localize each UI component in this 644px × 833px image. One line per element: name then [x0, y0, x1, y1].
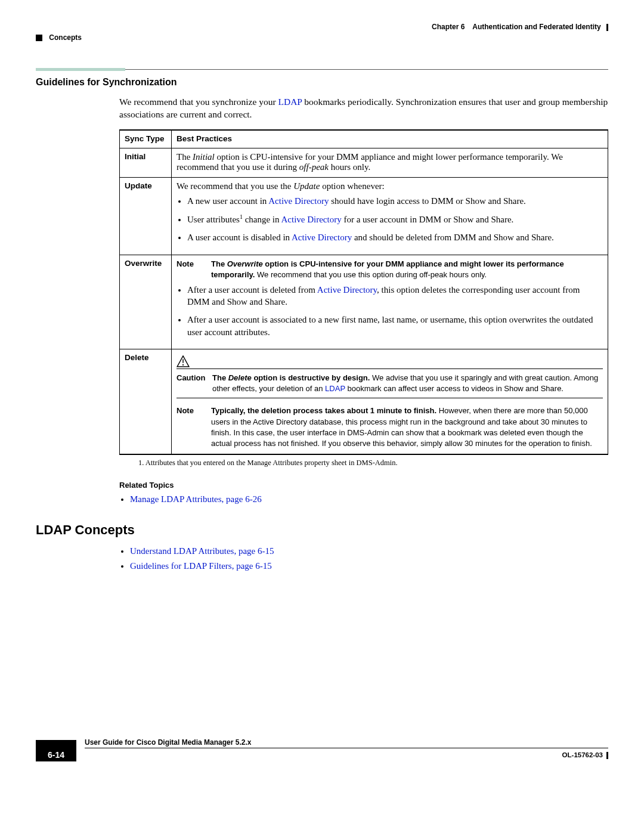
section-label: Concepts	[49, 33, 82, 42]
delete-caution: Caution The Delete option is destructive…	[177, 373, 603, 394]
related-topics-heading: Related Topics	[119, 481, 608, 490]
chapter-label: Chapter 6	[432, 23, 465, 31]
page-footer: User Guide for Cisco Digital Media Manag…	[36, 738, 608, 761]
svg-point-2	[182, 364, 184, 366]
footer-doc-id: OL-15762-03	[562, 751, 608, 759]
label-initial: Initial	[120, 148, 172, 177]
label-delete: Delete	[120, 349, 172, 454]
row-initial: Initial The Initial option is CPU-intens…	[120, 148, 608, 177]
caution-label: Caution	[177, 373, 206, 394]
link-understand-ldap[interactable]: Understand LDAP Attributes, page 6-15	[130, 546, 274, 556]
running-header: Chapter 6 Authentication and Federated I…	[36, 23, 608, 39]
overwrite-bullet-2: After a user account is associated to a …	[187, 314, 603, 338]
ldap-link[interactable]: LDAP	[325, 384, 345, 393]
ldap-link[interactable]: LDAP	[278, 97, 302, 107]
overwrite-bullet-1: After a user account is deleted from Act…	[187, 284, 603, 308]
label-overwrite: Overwrite	[120, 255, 172, 349]
overwrite-note: Note The Overwrite option is CPU-intensi…	[177, 259, 603, 280]
footer-guide-title: User Guide for Cisco Digital Media Manag…	[85, 738, 608, 748]
table-footnote: 1. Attributes that you entered on the Ma…	[138, 459, 608, 467]
ad-link[interactable]: Active Directory	[281, 215, 341, 224]
cell-overwrite: Note The Overwrite option is CPU-intensi…	[172, 255, 608, 349]
section-rule	[36, 68, 608, 71]
update-bullet-2: User attributes1 change in Active Direct…	[187, 213, 603, 225]
cell-update: We recommend that you use the Update opt…	[172, 177, 608, 255]
cell-delete: Caution The Delete option is destructive…	[172, 349, 608, 454]
th-sync-type: Sync Type	[120, 130, 172, 148]
update-bullet-3: A user account is disabled in Active Dir…	[187, 231, 603, 243]
header-square-icon	[36, 35, 42, 41]
footer-bar-icon	[606, 752, 608, 759]
warning-icon	[177, 355, 190, 367]
intro-paragraph: We recommend that you synchronize your L…	[119, 96, 608, 121]
header-bar-icon	[606, 24, 608, 31]
note-label: Note	[177, 405, 204, 449]
ad-link[interactable]: Active Directory	[317, 285, 377, 295]
related-link-manage-ldap[interactable]: Manage LDAP Attributes, page 6-26	[130, 494, 262, 504]
page-number: 6-14	[36, 748, 76, 761]
th-best-practices: Best Practices	[172, 130, 608, 148]
row-overwrite: Overwrite Note The Overwrite option is C…	[120, 255, 608, 349]
link-guidelines-filters[interactable]: Guidelines for LDAP Filters, page 6-15	[130, 561, 272, 571]
header-chapter: Chapter 6 Authentication and Federated I…	[432, 23, 608, 31]
heading-ldap-concepts: LDAP Concepts	[36, 522, 608, 538]
sync-table: Sync Type Best Practices Initial The Ini…	[119, 129, 608, 455]
note-label: Note	[177, 259, 204, 280]
ad-link[interactable]: Active Directory	[292, 233, 352, 242]
ad-link[interactable]: Active Directory	[268, 196, 329, 206]
update-bullet-1: A new user account in Active Directory s…	[187, 195, 603, 207]
footer-strip-icon	[36, 740, 76, 748]
delete-note: Note Typically, the deletion process tak…	[177, 405, 603, 449]
label-update: Update	[120, 177, 172, 255]
cell-initial: The Initial option is CPU-intensive for …	[172, 148, 608, 177]
row-delete: Delete Caution The Delete option is de	[120, 349, 608, 454]
header-section: Concepts	[36, 33, 82, 42]
heading-guidelines-sync: Guidelines for Synchronization	[36, 77, 608, 88]
row-update: Update We recommend that you use the Upd…	[120, 177, 608, 255]
chapter-title: Authentication and Federated Identity	[472, 23, 600, 31]
